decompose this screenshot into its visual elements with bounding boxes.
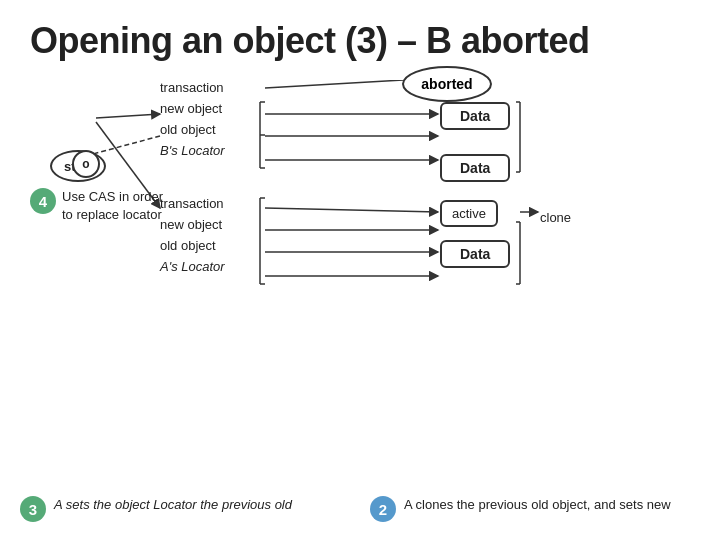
slide: Opening an object (3) – B aborted xyxy=(0,0,720,540)
step4-text: Use CAS in order to replace locator xyxy=(62,188,172,224)
aborted-oval: aborted xyxy=(402,66,492,102)
new-object-bot-label: new object xyxy=(160,217,225,232)
bottom-locator-group: transaction new object old object A's Lo… xyxy=(160,196,225,274)
step-3-item: 3 A sets the object Locator the previous… xyxy=(20,496,350,522)
bottom-steps: 3 A sets the object Locator the previous… xyxy=(20,496,700,522)
step-2-item: 2 A clones the previous old object, and … xyxy=(370,496,700,522)
transaction-bot-label: transaction xyxy=(160,196,225,211)
svg-line-0 xyxy=(96,114,160,118)
step2-text: A clones the previous old object, and se… xyxy=(404,496,671,514)
top-locator-group: transaction new object old object B's Lo… xyxy=(160,80,225,158)
arrows-svg xyxy=(30,80,720,540)
data-box-3: Data xyxy=(440,240,510,268)
transaction-top-label: transaction xyxy=(160,80,225,95)
old-object-bot-label: old object xyxy=(160,238,225,253)
new-object-top-label: new object xyxy=(160,101,225,116)
step4-circle: 4 xyxy=(30,188,56,214)
data-box-2: Data xyxy=(440,154,510,182)
clone-label: clone xyxy=(540,208,571,226)
slide-title: Opening an object (3) – B aborted xyxy=(30,20,690,62)
diagram-area: start o 4 Use CAS in order to replace lo… xyxy=(30,80,690,460)
step3-text: A sets the object Locator the previous o… xyxy=(54,496,292,514)
old-object-top-label: old object xyxy=(160,122,225,137)
step3-circle: 3 xyxy=(20,496,46,522)
bs-locator-label: B's Locator xyxy=(160,143,225,158)
step4-block: 4 Use CAS in order to replace locator xyxy=(30,188,172,224)
active-box: active xyxy=(440,200,498,227)
step2-circle: 2 xyxy=(370,496,396,522)
svg-line-6 xyxy=(265,208,438,212)
data-box-1: Data xyxy=(440,102,510,130)
o-node: o xyxy=(72,150,100,178)
as-locator-label: A's Locator xyxy=(160,259,225,274)
